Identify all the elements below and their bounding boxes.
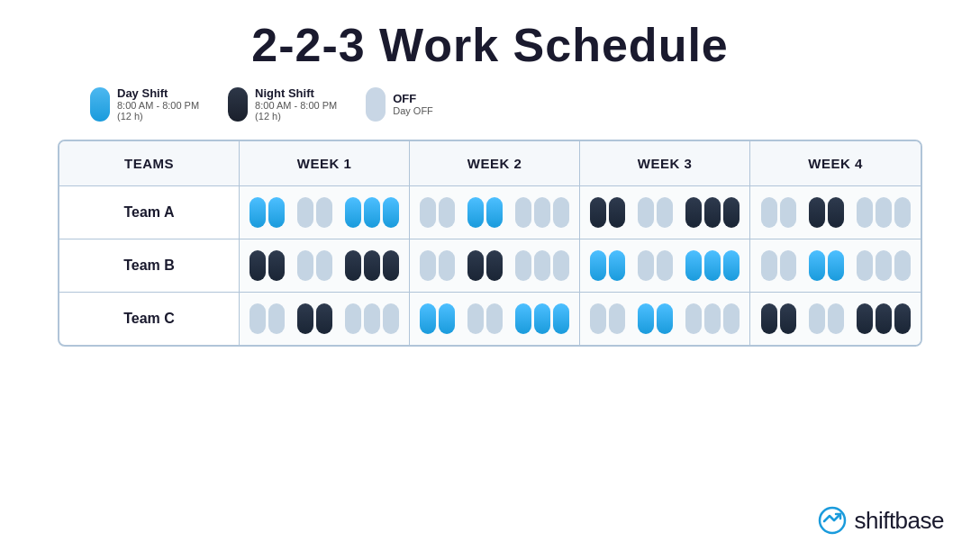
- day-shift-time: 8:00 AM - 8:00 PM: [117, 100, 199, 111]
- table-row-team-c: Team C: [59, 293, 921, 345]
- day-shift-hours: (12 h): [117, 111, 199, 122]
- shiftbase-logo-icon: [818, 506, 847, 535]
- off-sublabel: Day OFF: [393, 105, 433, 116]
- team-c-label: Team C: [59, 293, 240, 345]
- header-week3: WEEK 3: [580, 141, 750, 185]
- legend: Day Shift 8:00 AM - 8:00 PM (12 h) Night…: [90, 86, 433, 122]
- schedule-table: TEAMS WEEK 1 WEEK 2 WEEK 3 WEEK 4 Team A: [58, 140, 922, 347]
- legend-day: Day Shift 8:00 AM - 8:00 PM (12 h): [90, 86, 199, 122]
- night-shift-icon: [228, 87, 248, 122]
- shiftbase-logo-text: shiftbase: [854, 507, 944, 535]
- page-title: 2-2-3 Work Schedule: [251, 18, 729, 72]
- night-shift-time: 8:00 AM - 8:00 PM: [255, 100, 337, 111]
- team-c-week4: [750, 293, 921, 345]
- team-b-week1: [240, 239, 410, 292]
- team-c-week3: [580, 293, 750, 345]
- header-teams: TEAMS: [59, 141, 240, 185]
- team-a-week3: [580, 186, 750, 239]
- day-shift-label: Day Shift: [117, 86, 199, 100]
- team-b-week4: [750, 239, 921, 292]
- team-c-week2: [410, 293, 580, 345]
- team-b-week2: [410, 239, 580, 292]
- team-a-week2: [410, 186, 580, 239]
- legend-off: OFF Day OFF: [366, 86, 433, 122]
- team-a-week1: [240, 186, 410, 239]
- table-header-row: TEAMS WEEK 1 WEEK 2 WEEK 3 WEEK 4: [59, 141, 921, 186]
- team-a-label: Team A: [59, 186, 240, 239]
- legend-night: Night Shift 8:00 AM - 8:00 PM (12 h): [228, 86, 337, 122]
- team-a-week4: [750, 186, 921, 239]
- svg-point-0: [820, 508, 845, 533]
- off-label: OFF: [393, 92, 433, 105]
- table-row-team-b: Team B: [59, 239, 921, 293]
- team-b-label: Team B: [59, 239, 240, 292]
- team-c-week1: [240, 293, 410, 345]
- night-shift-hours: (12 h): [255, 111, 337, 122]
- header-week2: WEEK 2: [410, 141, 580, 185]
- shiftbase-logo: shiftbase: [818, 506, 944, 535]
- team-b-week3: [580, 239, 750, 292]
- night-shift-label: Night Shift: [255, 86, 337, 100]
- header-week1: WEEK 1: [240, 141, 410, 185]
- header-week4: WEEK 4: [750, 141, 921, 185]
- off-icon: [366, 87, 386, 122]
- day-shift-icon: [90, 87, 110, 122]
- table-row-team-a: Team A: [59, 186, 921, 239]
